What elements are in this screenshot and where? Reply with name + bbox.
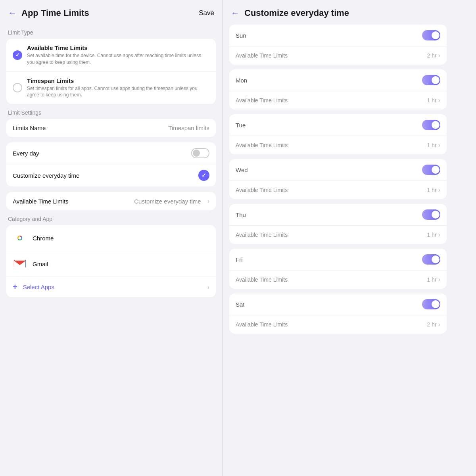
- day-limits-value-wed: 1 hr: [427, 187, 437, 193]
- day-limits-row-mon[interactable]: Available Time Limits 1 hr ›: [229, 91, 447, 109]
- day-chevron-fri: ›: [438, 276, 440, 283]
- timespan-radio[interactable]: [13, 83, 22, 92]
- available-time-link-row[interactable]: Available Time Limits Customize everyday…: [6, 192, 216, 210]
- day-limits-label-fri: Available Time Limits: [236, 276, 427, 283]
- day-card-wed: Wed Available Time Limits 1 hr ›: [229, 159, 447, 199]
- right-panel: ← Customize everyday time Sun Available …: [223, 0, 453, 476]
- day-toggle-knob-tue: [432, 121, 440, 129]
- day-limits-value-tue: 1 hr: [427, 142, 437, 148]
- day-limits-row-tue[interactable]: Available Time Limits 1 hr ›: [229, 136, 447, 154]
- day-toggle-sat[interactable]: [422, 299, 440, 309]
- day-name-thu: Thu: [236, 211, 422, 218]
- day-name-tue: Tue: [236, 122, 422, 129]
- every-day-label: Every day: [13, 150, 186, 157]
- day-toggle-knob-sun: [432, 31, 440, 39]
- day-header-thu: Thu: [229, 204, 447, 226]
- day-chevron-wed: ›: [438, 186, 440, 194]
- apps-card: Chrome: [6, 225, 216, 297]
- day-limits-row-sat[interactable]: Available Time Limits 2 hr ›: [229, 315, 447, 334]
- available-time-link-label: Available Time Limits: [13, 198, 129, 205]
- customize-label: Customize everyday time: [13, 172, 194, 179]
- day-limits-label-tue: Available Time Limits: [236, 142, 427, 148]
- gmail-name: Gmail: [33, 261, 48, 267]
- day-toggle-fri[interactable]: [422, 254, 440, 265]
- limit-settings-label: Limit Settings: [8, 109, 214, 116]
- day-name-sun: Sun: [236, 32, 422, 39]
- available-time-title: Available Time Limits: [27, 44, 209, 51]
- day-name-fri: Fri: [236, 256, 422, 263]
- available-time-link-card: Available Time Limits Customize everyday…: [6, 192, 216, 210]
- day-card-fri: Fri Available Time Limits 1 hr ›: [229, 249, 447, 289]
- day-chevron-mon: ›: [438, 97, 440, 104]
- right-back-button[interactable]: ←: [231, 8, 240, 18]
- day-toggle-sun[interactable]: [422, 30, 440, 40]
- select-apps-label[interactable]: Select Apps: [23, 284, 54, 290]
- timespan-desc: Set timespan limits for all apps. Cannot…: [27, 85, 209, 99]
- right-header: ← Customize everyday time: [223, 0, 453, 25]
- day-toggle-knob-fri: [432, 255, 440, 263]
- day-chevron-sat: ›: [438, 321, 440, 328]
- customize-check[interactable]: [198, 170, 209, 181]
- available-time-option[interactable]: Available Time Limits Set available time…: [6, 39, 216, 72]
- day-limits-row-thu[interactable]: Available Time Limits 1 hr ›: [229, 226, 447, 244]
- day-card-sun: Sun Available Time Limits 2 hr ›: [229, 25, 447, 65]
- day-limits-value-sat: 2 hr: [427, 321, 437, 328]
- day-toggle-knob-thu: [432, 211, 440, 219]
- day-limits-label-mon: Available Time Limits: [236, 97, 427, 104]
- day-toggle-mon[interactable]: [422, 75, 440, 85]
- left-header: ← App Time Limits Save: [0, 0, 222, 25]
- chrome-icon: [13, 231, 27, 245]
- left-back-button[interactable]: ←: [8, 8, 17, 18]
- day-name-wed: Wed: [236, 167, 422, 173]
- timespan-option[interactable]: Timespan Limits Set timespan limits for …: [6, 72, 216, 104]
- left-panel: ← App Time Limits Save Limit Type Availa…: [0, 0, 222, 476]
- day-name-sat: Sat: [236, 301, 422, 308]
- day-limits-row-sun[interactable]: Available Time Limits 2 hr ›: [229, 46, 447, 65]
- available-time-chevron: ›: [207, 198, 209, 205]
- day-toggle-knob-mon: [432, 76, 440, 84]
- day-header-fri: Fri: [229, 249, 447, 271]
- chrome-row[interactable]: Chrome: [6, 225, 216, 251]
- day-chevron-sun: ›: [438, 52, 440, 59]
- gmail-icon: [13, 257, 27, 271]
- gmail-row[interactable]: Gmail: [6, 251, 216, 277]
- available-time-radio[interactable]: [13, 50, 22, 60]
- day-toggle-knob-wed: [432, 166, 440, 174]
- available-time-link-value: Customize everyday time: [134, 198, 201, 205]
- day-limits-row-wed[interactable]: Available Time Limits 1 hr ›: [229, 181, 447, 199]
- day-header-wed: Wed: [229, 159, 447, 181]
- day-limits-label-sat: Available Time Limits: [236, 321, 427, 328]
- day-limits-value-fri: 1 hr: [427, 276, 437, 283]
- select-apps-row[interactable]: + Select Apps ›: [6, 277, 216, 297]
- select-apps-chevron: ›: [207, 284, 209, 291]
- day-chevron-thu: ›: [438, 231, 440, 238]
- day-toggle-wed[interactable]: [422, 165, 440, 175]
- right-content: Sun Available Time Limits 2 hr › Mon Ava…: [223, 25, 453, 473]
- chrome-name: Chrome: [33, 235, 54, 242]
- limits-name-card: Limits Name Timespan limits: [6, 119, 216, 137]
- day-card-sat: Sat Available Time Limits 2 hr ›: [229, 294, 447, 334]
- limit-type-label: Limit Type: [8, 29, 214, 36]
- save-button[interactable]: Save: [199, 9, 214, 17]
- limits-name-row[interactable]: Limits Name Timespan limits: [6, 119, 216, 137]
- timespan-title: Timespan Limits: [27, 77, 209, 84]
- limit-type-card: Available Time Limits Set available time…: [6, 39, 216, 104]
- limits-name-label: Limits Name: [13, 125, 163, 131]
- day-limits-label-wed: Available Time Limits: [236, 187, 427, 193]
- available-time-content: Available Time Limits Set available time…: [27, 44, 209, 66]
- every-day-row[interactable]: Every day: [6, 142, 216, 164]
- day-limits-label-thu: Available Time Limits: [236, 232, 427, 238]
- day-toggle-knob-sat: [432, 300, 440, 308]
- day-name-mon: Mon: [236, 77, 422, 84]
- day-limits-value-thu: 1 hr: [427, 232, 437, 238]
- day-header-tue: Tue: [229, 114, 447, 136]
- every-day-toggle[interactable]: [191, 148, 209, 158]
- day-toggle-thu[interactable]: [422, 209, 440, 220]
- day-card-mon: Mon Available Time Limits 1 hr ›: [229, 69, 447, 109]
- right-panel-title: Customize everyday time: [244, 8, 445, 18]
- customize-row[interactable]: Customize everyday time: [6, 164, 216, 186]
- day-limits-row-fri[interactable]: Available Time Limits 1 hr ›: [229, 271, 447, 289]
- every-day-toggle-knob: [193, 150, 200, 157]
- day-limits-value-sun: 2 hr: [427, 52, 437, 59]
- day-toggle-tue[interactable]: [422, 120, 440, 130]
